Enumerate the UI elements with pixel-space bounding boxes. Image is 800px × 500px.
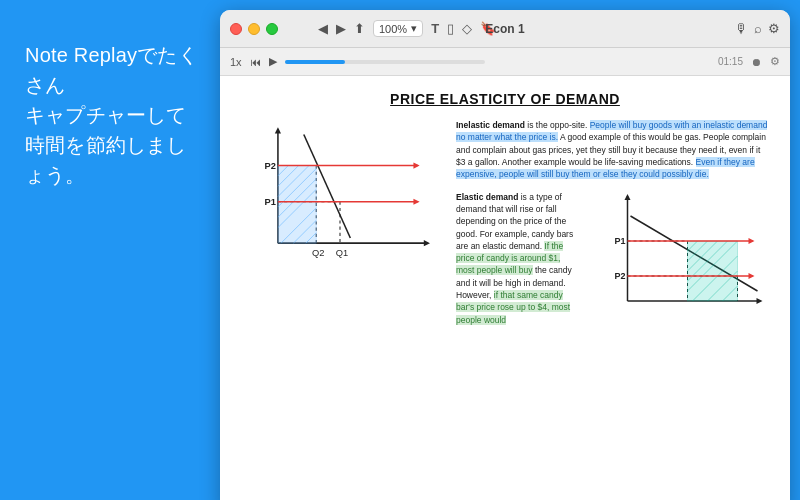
play-icon[interactable]: ▶: [269, 55, 277, 68]
document-title: PRICE ELASTICITY OF DEMAND: [240, 91, 770, 107]
zoom-dropdown-icon: ▾: [411, 22, 417, 35]
page-label: 1x: [230, 56, 242, 68]
promo-text: Note Replayでたくさん キャプチャーして 時間を節約しましょう。: [25, 40, 200, 190]
doc-content: P2 P1 Q2 Q1 Inelastic demand is the oppo…: [240, 119, 770, 500]
svg-marker-29: [625, 194, 631, 200]
graph-section-inelastic: P2 P1 Q2 Q1: [240, 119, 440, 500]
highlight-icon[interactable]: ▯: [447, 21, 454, 36]
progress-bar[interactable]: [285, 60, 485, 64]
progress-bar-fill: [285, 60, 345, 64]
options-icon[interactable]: ⚙: [770, 55, 780, 68]
text-section-inelastic: Inelastic demand is the oppo-site. Peopl…: [456, 119, 770, 500]
toolbar-right: 🎙 ⌕ ⚙: [735, 21, 780, 36]
record-icon[interactable]: ⏺: [751, 56, 762, 68]
zoom-control[interactable]: 100% ▾: [373, 20, 423, 37]
svg-marker-30: [757, 298, 763, 304]
svg-marker-46: [749, 238, 755, 244]
svg-marker-22: [413, 199, 419, 205]
inelastic-heading: Inelastic demand: [456, 120, 525, 130]
svg-marker-48: [749, 273, 755, 279]
svg-text:P2: P2: [264, 161, 275, 171]
left-panel: Note Replayでたくさん キャプチャーして 時間を節約しましょう。: [0, 0, 220, 500]
toolbar2: 1x ⏮ ▶ 01:15 ⏺ ⚙: [220, 48, 790, 76]
toolbar-icons: ◀ ▶ ⬆ 100% ▾ T ▯ ◇ 🔖: [318, 20, 496, 37]
svg-marker-2: [275, 127, 281, 133]
minimize-button[interactable]: [248, 23, 260, 35]
inelastic-graph: P2 P1 Q2 Q1: [240, 119, 440, 269]
svg-rect-36: [688, 241, 738, 301]
elastic-heading: Elastic demand: [456, 192, 518, 202]
titlebar: ◀ ▶ ⬆ 100% ▾ T ▯ ◇ 🔖 Econ 1 🎙 ⌕ ⚙: [220, 10, 790, 48]
mic-icon[interactable]: 🎙: [735, 21, 748, 36]
svg-text:P1: P1: [615, 236, 626, 246]
svg-marker-20: [413, 162, 419, 168]
svg-marker-3: [424, 240, 430, 246]
inelastic-text: Inelastic demand is the oppo-site. Peopl…: [456, 119, 770, 181]
traffic-lights: [230, 23, 278, 35]
elastic-graph: P1 P2: [590, 191, 770, 321]
settings-icon[interactable]: ⚙: [768, 21, 780, 36]
app-window: ◀ ▶ ⬆ 100% ▾ T ▯ ◇ 🔖 Econ 1 🎙 ⌕ ⚙ 1x ⏮ ▶…: [220, 10, 790, 500]
svg-text:P1: P1: [264, 197, 275, 207]
rewind-icon[interactable]: ⏮: [250, 56, 261, 68]
doc-bottom-row: Elastic demand is a type of demand that …: [456, 191, 770, 326]
close-button[interactable]: [230, 23, 242, 35]
shape-icon[interactable]: ◇: [462, 21, 472, 36]
svg-text:P2: P2: [615, 271, 626, 281]
share-icon[interactable]: ⬆: [354, 21, 365, 36]
back-icon[interactable]: ◀: [318, 21, 328, 36]
window-title: Econ 1: [485, 22, 524, 36]
maximize-button[interactable]: [266, 23, 278, 35]
text-icon[interactable]: T: [431, 21, 439, 36]
elastic-text: Elastic demand is a type of demand that …: [456, 191, 574, 326]
forward-icon[interactable]: ▶: [336, 21, 346, 36]
svg-text:Q1: Q1: [336, 248, 348, 258]
time-label: 01:15: [718, 56, 743, 67]
graph-section-elastic: P1 P2: [590, 191, 770, 326]
zoom-label: 100%: [379, 23, 407, 35]
svg-text:Q2: Q2: [312, 248, 324, 258]
search-icon[interactable]: ⌕: [754, 21, 762, 36]
document-area: PRICE ELASTICITY OF DEMAND: [220, 76, 790, 500]
